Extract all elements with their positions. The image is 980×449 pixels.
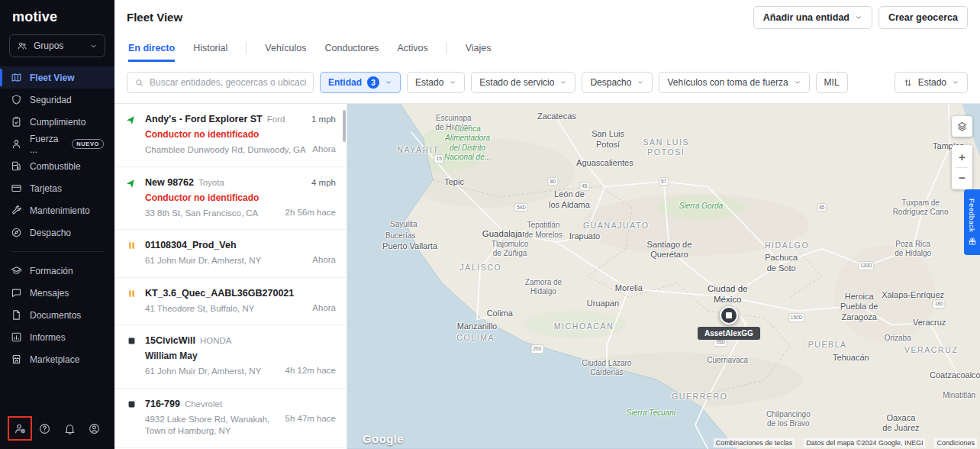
search-input[interactable] (150, 77, 306, 88)
vehicle-list-item[interactable]: Andy's - Ford Explorer ST Ford 1 mph Con… (114, 104, 347, 167)
terms-link[interactable]: Condiciones (934, 438, 977, 447)
sidebar-item-informes[interactable]: Informes (0, 326, 114, 348)
sidebar-item-mensajes[interactable]: Mensajes (0, 282, 114, 304)
sidebar-item-documentos[interactable]: Documentos (0, 304, 114, 326)
map-label-jalisco: JALISCO (459, 263, 501, 273)
map-label-tepatitlán: Tepatitlán de Morelos (524, 221, 562, 240)
tab-vehículos[interactable]: Vehículos (265, 34, 306, 62)
groups-dropdown[interactable]: Grupos (9, 34, 105, 57)
sidebar-item-despacho[interactable]: Despacho (0, 221, 114, 244)
map-label-sayulita: Sayulita (390, 220, 417, 230)
account-button[interactable] (85, 418, 105, 438)
vehicle-list-item[interactable]: 01108304_Prod_Veh 61 John Muir Dr, Amher… (114, 230, 347, 278)
sidebar-item-label: Fuerza ... (30, 134, 64, 155)
zoom-out-button[interactable]: − (952, 168, 972, 189)
map-label-guerrero: GUERRERO (672, 392, 727, 402)
sidebar-item-fleet-view[interactable]: Fleet View (0, 66, 114, 89)
asset-marker[interactable] (720, 306, 738, 325)
zoom-control: + − (952, 145, 972, 189)
status-idle-icon (127, 241, 137, 250)
vehicle-name: 01108304_Prod_Veh (145, 240, 237, 250)
sort-by-button[interactable]: Estado (895, 72, 968, 93)
map-label-heroica: Heroica Puebla de Zaragoza (840, 292, 878, 323)
road-badge: 57 (659, 177, 669, 186)
tab-conductores[interactable]: Conductores (325, 34, 379, 62)
map-canvas[interactable]: Escuinapa de HidalgoCuenca Alimentadora … (347, 104, 980, 449)
map-label-morelia: Morelia (615, 283, 643, 294)
filter-label: Estado (415, 77, 443, 88)
map-labels: Escuinapa de HidalgoCuenca Alimentadora … (347, 104, 980, 449)
vehicle-list-item[interactable]: New 98762 Toyota 4 mph Conductor no iden… (114, 167, 347, 231)
filter-dropdown-estado-de-servicio[interactable]: Estado de servicio (471, 72, 575, 93)
vehicle-speed: 1 mph (311, 115, 336, 124)
list-scrollbar[interactable] (343, 110, 346, 142)
sidebar-item-fuerza[interactable]: Fuerza ... NUEVO (0, 133, 114, 155)
vehicle-list-item[interactable]: 15CivicWill HONDA William May 61 John Mu… (114, 325, 347, 389)
map-label-veracruz: VERACRUZ (904, 345, 959, 355)
chevron-down-icon (855, 14, 862, 21)
map-label-aguascalientes: Aguascalientes (576, 158, 633, 169)
filter-dropdown-despacho[interactable]: Despacho (582, 72, 653, 93)
sidebar-item-mantenimiento[interactable]: Mantenimiento (0, 199, 114, 221)
sidebar-item-seguridad[interactable]: Seguridad (0, 89, 114, 111)
zoom-in-button[interactable]: + (952, 147, 972, 167)
shield-icon (11, 94, 22, 105)
vehicle-name: KT_3.6_Quec_AABL36GB270021 (145, 288, 294, 299)
sidebar-item-tarjetas[interactable]: Tarjetas (0, 177, 114, 199)
tab-en-directo[interactable]: En directo (128, 34, 175, 62)
vehicle-updated-time: 4h 12m hace (285, 366, 337, 375)
keyboard-shortcuts-link[interactable]: Combinaciones de teclas (714, 438, 795, 447)
map-layers-button[interactable] (952, 116, 972, 137)
map-label-manzanillo: Manzanillo (457, 321, 498, 332)
map-label-san-luis: San Luis Potosí (592, 130, 624, 151)
layers-icon (956, 121, 968, 132)
sidebar-item-cumplimiento[interactable]: Cumplimiento (0, 111, 114, 133)
tab-historial[interactable]: Historial (193, 34, 227, 62)
filter-label: Vehículos con toma de fuerza (667, 77, 788, 88)
filter-entity[interactable]: Entidad 3 (320, 72, 401, 93)
vehicle-make: HONDA (200, 336, 232, 345)
account-icon (88, 422, 101, 435)
vehicle-updated-time: Ahora (312, 255, 336, 264)
map-label-minatitlán: Minatitlán (943, 391, 975, 401)
map-icon (11, 72, 22, 83)
status-moving-icon (124, 112, 138, 126)
add-entity-button[interactable]: Añadir una entidad (753, 6, 872, 29)
filter-dropdown-vehículos-con-toma-de-fuerza[interactable]: Vehículos con toma de fuerza (659, 72, 809, 93)
help-button[interactable] (35, 418, 55, 438)
sort-arrows-icon (903, 78, 913, 88)
vehicle-driver: Conductor no identificado (145, 129, 336, 140)
notifications-button[interactable] (60, 418, 79, 438)
map-label-león-de: León de los Aldama (549, 189, 590, 211)
map-label-oaxaca: Oaxaca de Juárez (882, 413, 919, 434)
sidebar-item-marketplace[interactable]: Marketplace (0, 348, 114, 370)
status-stopped-icon (127, 336, 137, 346)
google-logo: Google (363, 432, 404, 445)
filter-dropdown-estado[interactable]: Estado (407, 72, 465, 93)
road-badge: 80 (548, 177, 558, 186)
chevron-down-icon (385, 79, 392, 86)
admin-button[interactable] (10, 418, 30, 438)
training-icon (11, 265, 22, 276)
vehicle-list-item[interactable]: 716-799 Chevrolet 4932 Lake Shore Rd, Wa… (114, 389, 347, 448)
tab-viajes[interactable]: Viajes (466, 34, 492, 62)
filter-label: Despacho (590, 77, 631, 88)
sidebar-item-formación[interactable]: Formación (0, 260, 114, 282)
sidebar-item-label: Despacho (30, 228, 71, 238)
create-geofence-button[interactable]: Crear geocerca (878, 6, 968, 29)
map-label-guanajuato: GUANAJUATO (583, 221, 650, 231)
search-box[interactable] (127, 72, 314, 93)
map-label-tlajomulco: Tlajomulco de Zúñiga (492, 239, 528, 258)
mil-filter-button[interactable]: MIL (816, 72, 848, 93)
vehicle-driver: Conductor no identificado (145, 192, 336, 203)
vehicle-list-item[interactable]: KT_3.6_Quec_AABL36GB270021 41 Theodore S… (114, 278, 347, 326)
tab-bar: En directoHistorialVehículosConductoresA… (114, 34, 980, 62)
tab-activos[interactable]: Activos (397, 34, 427, 62)
map-label-orizaba: Orizaba (885, 334, 911, 344)
map-label-bucerías: Bucerías (385, 231, 415, 241)
filter-label: Estado de servicio (479, 77, 554, 88)
feedback-tab[interactable]: Feedback (964, 189, 980, 255)
sidebar-item-combustible[interactable]: Combustible (0, 155, 114, 177)
entity-filter-label: Entidad (328, 77, 362, 88)
vehicle-address: 33 8th St, San Francisco, CA (145, 208, 279, 220)
